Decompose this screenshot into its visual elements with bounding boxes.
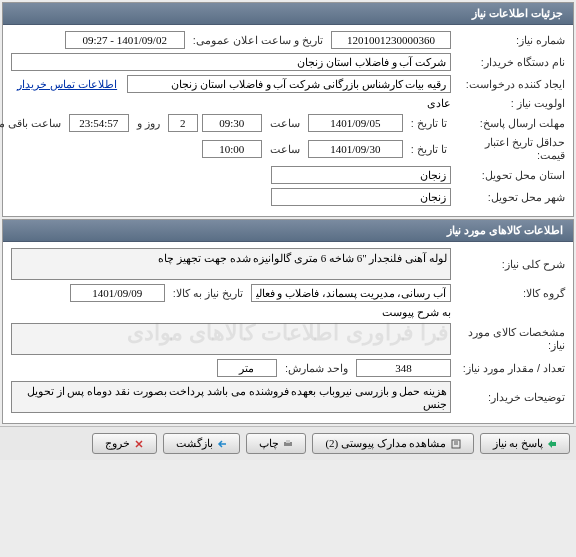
exit-button[interactable]: خروج — [92, 433, 157, 454]
group-field — [251, 284, 451, 302]
need-date-field — [70, 284, 165, 302]
panel-header-2: اطلاعات کالاهای مورد نیاز — [3, 220, 573, 242]
print-button[interactable]: چاپ — [246, 433, 306, 454]
province-field — [271, 166, 451, 184]
reply-button[interactable]: پاسخ به نیاز — [480, 433, 571, 454]
time-label-2: ساعت — [266, 143, 304, 156]
to-time-field — [202, 114, 262, 132]
countdown-field — [69, 114, 129, 132]
attachment-icon — [451, 439, 461, 449]
to-date-label: تا تاریخ : — [407, 117, 451, 130]
province-label: استان محل تحویل: — [455, 169, 565, 182]
creator-label: ایجاد کننده درخواست: — [455, 78, 565, 91]
qty-label: تعداد / مقدار مورد نیاز: — [455, 362, 565, 375]
to-date-label-2: تا تاریخ : — [407, 143, 451, 156]
city-field — [271, 188, 451, 206]
spec-label: مشخصات کالای مورد نیاز: — [455, 326, 565, 352]
contact-link[interactable]: اطلاعات تماس خریدار — [11, 78, 123, 91]
need-date-label: تاریخ نیاز به کالا: — [169, 287, 247, 300]
validity-time-field — [202, 140, 262, 158]
panel-header-1: جزئیات اطلاعات نیاز — [3, 3, 573, 25]
validity-label: حداقل تاریخ اعتبار قیمت: — [455, 136, 565, 162]
need-no-field — [331, 31, 451, 49]
view-attachments-button[interactable]: مشاهده مدارک پیوستی (2) — [312, 433, 473, 454]
back-button[interactable]: بازگشت — [163, 433, 240, 454]
days-field — [168, 114, 198, 132]
deadline-label: مهلت ارسال پاسخ: — [455, 117, 565, 130]
back-icon — [217, 439, 227, 449]
priority-value: عادی — [427, 97, 451, 110]
need-no-label: شماره نیاز: — [455, 34, 565, 47]
button-bar: پاسخ به نیاز مشاهده مدارک پیوستی (2) چاپ… — [0, 426, 576, 460]
desc-field — [11, 248, 451, 280]
print-icon — [283, 439, 293, 449]
unit-label: واحد شمارش: — [281, 362, 352, 375]
remarks-field — [11, 381, 451, 413]
need-details-panel: جزئیات اطلاعات نیاز شماره نیاز: تاریخ و … — [2, 2, 574, 217]
attach-note: به شرح پیوست — [382, 306, 451, 319]
qty-field — [356, 359, 451, 377]
reply-icon — [547, 439, 557, 449]
goods-info-panel: اطلاعات کالاهای مورد نیاز فرا فراوری اطل… — [2, 219, 574, 424]
unit-field — [217, 359, 277, 377]
group-label: گروه کالا: — [455, 287, 565, 300]
to-date-field — [308, 114, 403, 132]
city-label: شهر محل تحویل: — [455, 191, 565, 204]
svg-rect-4 — [286, 440, 290, 443]
buyer-label: نام دستگاه خریدار: — [455, 56, 565, 69]
time-label: ساعت — [266, 117, 304, 130]
remarks-label: توضیحات خریدار: — [455, 391, 565, 404]
exit-icon — [134, 439, 144, 449]
desc-label: شرح کلی نیاز: — [455, 258, 565, 271]
announce-field — [65, 31, 185, 49]
days-label: روز و — [133, 117, 164, 130]
creator-field — [127, 75, 451, 93]
buyer-field — [11, 53, 451, 71]
priority-label: اولویت نیاز : — [455, 97, 565, 110]
spec-field — [11, 323, 451, 355]
validity-date-field — [308, 140, 403, 158]
remain-label: ساعت باقی مانده — [0, 117, 65, 130]
announce-label: تاریخ و ساعت اعلان عمومی: — [189, 34, 327, 47]
